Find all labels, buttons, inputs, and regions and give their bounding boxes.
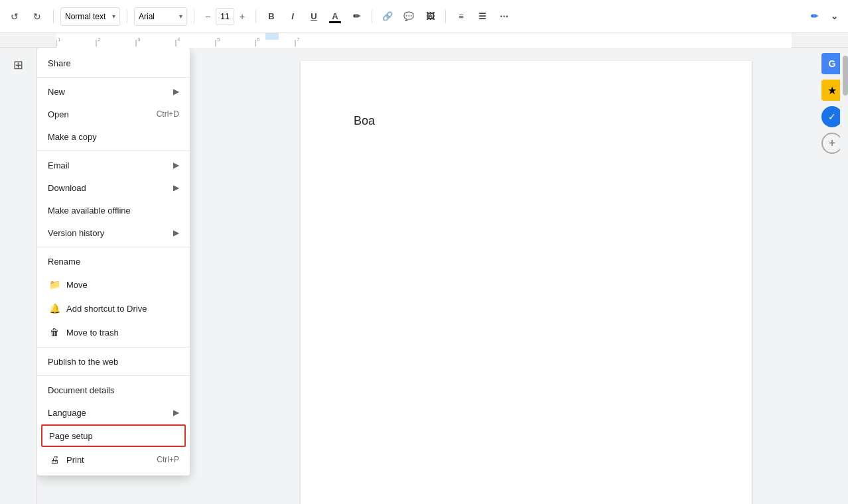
ruler: 1 2 3 4 5 6 7 xyxy=(0,33,848,48)
menu-divider-2 xyxy=(37,151,190,151)
version-history-label: Version history xyxy=(48,228,104,238)
scrollbar[interactable] xyxy=(840,48,848,504)
menu-item-new[interactable]: New ▶ xyxy=(37,80,190,103)
comment-button[interactable]: 💬 xyxy=(400,8,417,25)
text-color-indicator xyxy=(329,21,341,23)
menu-item-version-history[interactable]: Version history ▶ xyxy=(37,221,190,244)
toolbar: ↺ ↻ Normal text ▾ Arial ▾ − + B I U A ✏ … xyxy=(0,0,848,33)
offline-label: Make available offline xyxy=(48,206,131,216)
print-icon: 🖨 xyxy=(48,453,61,466)
move-label: Move xyxy=(66,280,88,290)
sidebar-outline-icon[interactable]: ⊞ xyxy=(7,53,31,77)
menu-item-document-details[interactable]: Document details xyxy=(37,379,190,401)
svg-text:4: 4 xyxy=(177,36,180,42)
toolbar-separator-3 xyxy=(194,10,194,23)
document-area[interactable]: Share New ▶ Open Ctrl+D Make a copy Emai… xyxy=(37,48,816,504)
paragraph-style-label: Normal text xyxy=(65,12,106,21)
menu-item-email[interactable]: Email ▶ xyxy=(37,154,190,176)
highlight-button[interactable]: ✏ xyxy=(348,8,365,25)
more-options-button[interactable]: ⋯ xyxy=(495,8,512,25)
menu-divider-1 xyxy=(37,77,190,78)
ruler-inner: 1 2 3 4 5 6 7 xyxy=(56,33,792,48)
menu-item-add-shortcut[interactable]: 🔔 Add shortcut to Drive xyxy=(37,296,190,320)
italic-button[interactable]: I xyxy=(284,8,301,25)
redo-button[interactable]: ↻ xyxy=(28,7,46,26)
svg-text:2: 2 xyxy=(98,36,101,42)
paragraph-style-select[interactable]: Normal text ▾ xyxy=(60,7,120,26)
editing-mode-button[interactable]: ✏ xyxy=(806,8,823,25)
image-button[interactable]: 🖼 xyxy=(421,8,439,25)
menu-item-share[interactable]: Share xyxy=(37,52,190,74)
tasks-label: ✓ xyxy=(828,111,836,122)
menu-item-language[interactable]: Language ▶ xyxy=(37,401,190,424)
menu-item-publish[interactable]: Publish to the web xyxy=(37,350,190,373)
underline-button[interactable]: U xyxy=(305,8,322,25)
undo-button[interactable]: ↺ xyxy=(5,7,24,26)
svg-text:6: 6 xyxy=(257,36,260,42)
document-content[interactable]: Boa xyxy=(354,114,699,128)
email-label: Email xyxy=(48,160,70,170)
make-copy-label: Make a copy xyxy=(48,132,97,142)
font-size-increase-button[interactable]: + xyxy=(236,8,249,25)
bold-button[interactable]: B xyxy=(263,8,280,25)
menu-divider-4 xyxy=(37,347,190,347)
list-button[interactable]: ☰ xyxy=(474,8,491,25)
menu-item-page-setup[interactable]: Page setup xyxy=(41,424,186,447)
document-text: Boa xyxy=(354,114,375,127)
align-button[interactable]: ≡ xyxy=(453,8,470,25)
font-size-input[interactable] xyxy=(216,8,234,25)
menu-item-move[interactable]: 📁 Move xyxy=(37,273,190,296)
menu-divider-5 xyxy=(37,375,190,376)
document-page[interactable]: Boa xyxy=(301,61,752,504)
add-shortcut-label: Add shortcut to Drive xyxy=(66,304,147,314)
svg-text:7: 7 xyxy=(297,36,300,42)
svg-text:1: 1 xyxy=(58,36,61,42)
link-button[interactable]: 🔗 xyxy=(379,8,396,25)
document-details-label: Document details xyxy=(48,385,114,395)
menu-item-trash[interactable]: 🗑 Move to trash xyxy=(37,320,190,344)
keep-label: ★ xyxy=(827,84,837,97)
new-arrow: ▶ xyxy=(173,87,179,96)
menu-item-make-copy[interactable]: Make a copy xyxy=(37,125,190,148)
left-sidebar: ⊞ xyxy=(0,48,37,504)
share-label: Share xyxy=(48,58,71,68)
right-sidebar: G ★ ✓ + xyxy=(816,48,848,504)
text-color-button[interactable]: A xyxy=(326,8,344,25)
trash-icon: 🗑 xyxy=(48,326,61,339)
menu-item-offline[interactable]: Make available offline xyxy=(37,199,190,221)
print-shortcut: Ctrl+P xyxy=(157,455,179,464)
open-label: Open xyxy=(48,109,69,119)
menu-divider-3 xyxy=(37,247,190,247)
expand-button[interactable]: ⌄ xyxy=(825,8,843,25)
rename-label: Rename xyxy=(48,257,80,267)
font-family-label: Arial xyxy=(139,12,155,21)
menu-item-download[interactable]: Download ▶ xyxy=(37,176,190,199)
ruler-svg: 1 2 3 4 5 6 7 xyxy=(56,33,792,46)
main-layout: ⊞ Share New ▶ Open Ctrl+D Make a copy xyxy=(0,48,848,504)
scrollbar-thumb[interactable] xyxy=(843,56,848,95)
font-family-arrow: ▾ xyxy=(179,13,182,20)
plus-label: + xyxy=(829,137,836,151)
toolbar-left: ↺ ↻ Normal text ▾ Arial ▾ − + B I U A ✏ … xyxy=(5,7,512,26)
move-icon: 📁 xyxy=(48,278,61,291)
file-dropdown-menu: Share New ▶ Open Ctrl+D Make a copy Emai… xyxy=(37,48,190,475)
svg-text:3: 3 xyxy=(137,36,141,42)
text-color-label: A xyxy=(332,11,338,21)
language-label: Language xyxy=(48,408,86,418)
language-arrow: ▶ xyxy=(173,408,179,417)
toolbar-right: ✏ ⌄ xyxy=(806,8,843,25)
email-arrow: ▶ xyxy=(173,160,179,170)
version-history-arrow: ▶ xyxy=(173,228,179,237)
menu-item-rename[interactable]: Rename xyxy=(37,250,190,273)
toolbar-separator-4 xyxy=(255,10,256,23)
font-size-decrease-button[interactable]: − xyxy=(201,8,214,25)
menu-item-open[interactable]: Open Ctrl+D xyxy=(37,103,190,125)
font-family-select[interactable]: Arial ▾ xyxy=(134,7,187,26)
font-size-control: − + xyxy=(201,8,249,25)
download-arrow: ▶ xyxy=(173,183,179,192)
svg-text:5: 5 xyxy=(217,36,220,42)
new-label: New xyxy=(48,87,65,97)
toolbar-separator-2 xyxy=(127,10,127,23)
page-setup-label: Page setup xyxy=(49,431,93,441)
menu-item-print[interactable]: 🖨 Print Ctrl+P xyxy=(37,448,190,472)
